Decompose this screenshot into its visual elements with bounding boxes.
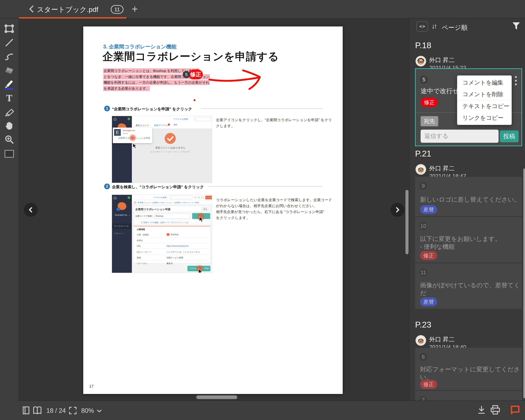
page-group-label: P.23: [415, 320, 431, 330]
comment-number: 9: [419, 182, 427, 190]
pencil-tool[interactable]: [3, 78, 16, 90]
comment-text: 対応フォーマットに変更してくださ い。: [420, 365, 520, 381]
document-canvas[interactable]: 3. 企業間コラボレーション機能 企業間コラボレーションを申請する 企業間コラボ…: [19, 19, 409, 401]
comment-tag: 差替: [420, 205, 437, 214]
color-swatch[interactable]: [3, 148, 16, 160]
step2-number: 2: [104, 184, 110, 189]
comment-card-10[interactable]: 10 以下に変更をお願いします。 - 便利な機能 修正: [415, 217, 522, 262]
reply-input[interactable]: 返信する: [421, 130, 498, 143]
shot1-sidebar: Example Inc. ⌄: [112, 116, 132, 183]
menu-item-copy-link[interactable]: リンクをコピー: [457, 112, 512, 124]
annotation-dot: [194, 99, 196, 101]
comment-number: 10: [419, 222, 427, 230]
page-group-label: P.21: [415, 149, 431, 159]
transform-tool[interactable]: [3, 23, 16, 35]
comment-card-6[interactable]: 6 対応フォーマットに変更してくださ い。 修正: [415, 348, 522, 390]
menu-item-delete-comment[interactable]: コメントを削除: [457, 88, 512, 100]
tool-palette: T: [0, 19, 19, 420]
step2-heading: 企業を検索し、“コラボレーション申請” をクリック: [112, 184, 204, 190]
step1-heading: “企業間コラボレーションを申請” をクリック: [112, 106, 192, 112]
more-options-icon[interactable]: [514, 74, 518, 87]
pdf-page-title: 企業間コラボレーションを申請する: [103, 49, 279, 64]
step2-caption: コラボレーションしたい企業を企業コードで検索します。企業コード がわからない場合…: [216, 197, 332, 221]
shot1-cursor-icon: [132, 143, 137, 149]
highlighter-tool[interactable]: [3, 106, 16, 118]
page-indicator: 18 / 24: [46, 407, 66, 414]
comment-tag: 修正: [420, 251, 437, 260]
step1-caption: 企業アイコンをクリックし、“企業間コラボレーションを申請” をクリ クします。: [216, 117, 332, 129]
top-bar: スタートブック.pdf 11 +: [0, 0, 525, 19]
avatar: [415, 164, 426, 175]
menu-item-edit-comment[interactable]: コメントを編集: [457, 77, 512, 88]
avatar: [415, 56, 426, 66]
toggle-visibility-button[interactable]: [416, 21, 428, 32]
comment-author: 外口 昇二: [429, 56, 455, 64]
download-icon[interactable]: [478, 405, 486, 415]
pdf-page-number: 17: [89, 384, 94, 389]
comment-tag: 修正: [421, 98, 438, 107]
shot1-check-icon: [165, 133, 176, 144]
comments-panel: ↓↑ ページ順 P.18 外口 昇二 2021/1/4 15:22 5 途中で改…: [409, 19, 525, 401]
comment-text: 以下に変更をお願いします。 - 便利な機能: [420, 235, 501, 251]
avatar: [415, 335, 426, 346]
curve-tool[interactable]: [3, 50, 16, 63]
comment-number: 6: [419, 353, 427, 361]
comments-toggle-icon[interactable]: [510, 405, 520, 415]
zoom-in-tool[interactable]: [3, 133, 16, 146]
sort-icon[interactable]: ↓↑: [431, 22, 436, 30]
bottom-bar: 18 / 24 80%: [19, 401, 525, 420]
shot1-popup: E Example Inc. 企業間コラボレーションを申請: [113, 128, 152, 143]
two-page-view-icon[interactable]: [33, 406, 42, 414]
comment-card-7[interactable]: 7: [415, 391, 522, 401]
step2-screenshot: Example Inc. ⌄ ワークスペース デザイナー アイテムを検索 ⌕ ア…: [112, 195, 212, 273]
comment-card-11[interactable]: 11 画像がぼやけているので、差替てくだ さい。 差替: [415, 263, 522, 309]
step1-number: 1: [104, 106, 110, 111]
add-tab-button[interactable]: +: [132, 3, 138, 15]
comment-context-menu: コメントを編集 コメントを削除 テキストをコピー リンクをコピー: [457, 75, 512, 125]
pdf-page: 3. 企業間コラボレーション機能 企業間コラボレーションを申請する 企業間コラボ…: [83, 27, 343, 394]
page-group-label: P.18: [415, 41, 431, 50]
next-page-button[interactable]: [391, 203, 404, 217]
eraser-tool[interactable]: [3, 64, 16, 77]
comment-number: 11: [419, 268, 427, 276]
print-icon[interactable]: [490, 405, 500, 415]
comment-count-badge: 11: [111, 5, 123, 14]
pdf-section-label: 3. 企業間コラボレーション機能: [103, 43, 176, 50]
line-tool[interactable]: [3, 37, 16, 49]
comment-author: 外口 昇二: [429, 336, 455, 344]
step1-screenshot: Example Inc. ⌄ アイテムを検索 ⌕ 未読コメント 宛先アイテム E…: [112, 116, 212, 183]
recipient-button[interactable]: 宛先: [421, 116, 438, 126]
canvas-vertical-scrollbar[interactable]: [405, 190, 409, 254]
comment-tag: 差替: [420, 297, 437, 306]
comment-number: 7: [419, 396, 427, 401]
comment-card-9[interactable]: 9 新しいロゴに差し替えてください。 差替: [415, 177, 522, 216]
comment-text: 新しいロゴに差し替えてください。: [420, 196, 520, 204]
hand-tool[interactable]: [3, 119, 16, 132]
shot2-logo: [118, 202, 126, 210]
document-tab[interactable]: スタートブック.pdf 11: [0, 0, 131, 19]
annotation-tag[interactable]: 修正: [188, 70, 203, 79]
annotation-number[interactable]: 5: [183, 71, 190, 78]
sort-order-label[interactable]: ページ順: [442, 23, 467, 32]
comment-tag: 修正: [420, 380, 437, 389]
comment-number: 5: [420, 75, 428, 84]
document-title: スタートブック.pdf: [37, 5, 98, 14]
single-page-view-icon[interactable]: [23, 406, 29, 414]
post-button[interactable]: 投稿: [500, 131, 519, 142]
sidebar-scrollbar[interactable]: [523, 168, 525, 398]
menu-item-copy-text[interactable]: テキストをコピー: [457, 100, 512, 112]
fullscreen-icon[interactable]: [69, 407, 77, 414]
filter-icon[interactable]: [512, 22, 520, 31]
comment-author: 外口 昇二: [429, 165, 455, 173]
canvas-horizontal-scrollbar[interactable]: [196, 395, 237, 399]
shot2-sidebar: Example Inc. ⌄ ワークスペース デザイナー: [112, 195, 132, 273]
prev-page-button[interactable]: [24, 203, 38, 217]
app-window: スタートブック.pdf 11 + T: [0, 0, 525, 420]
text-tool[interactable]: T: [3, 92, 16, 104]
